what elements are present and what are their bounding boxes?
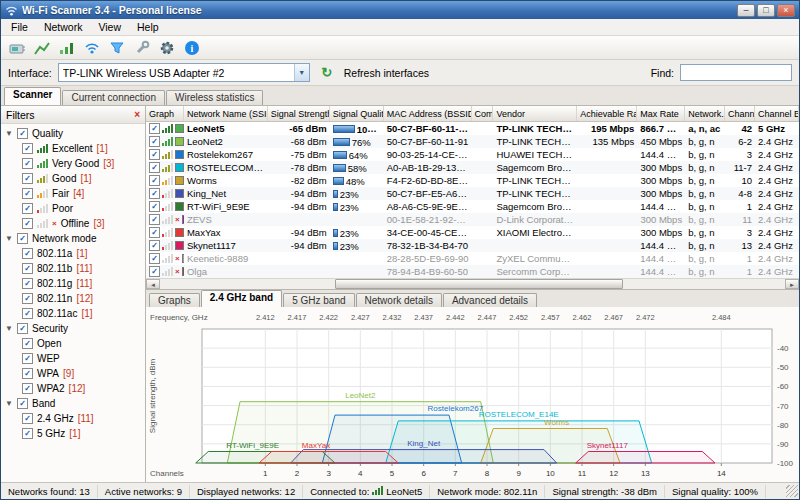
network-row-leonet5[interactable]: ✓LeoNet5-65 dBm100%50-C7-BF-60-11-90TP-L… [146,122,799,135]
checkbox-poor[interactable]: ✓ [22,203,33,214]
checkbox-wep[interactable]: ✓ [22,353,33,364]
filter-group-band[interactable]: ▼✓Band [1,396,145,411]
filter-item-poor[interactable]: ✓Poor [1,201,145,216]
scrollbar-track[interactable] [160,279,785,289]
refresh-interfaces-button[interactable]: ↻ [316,63,338,83]
collapse-expander-icon[interactable]: ▼ [5,129,13,138]
filter-item-fair[interactable]: ✓Fair[4] [1,186,145,201]
checkbox-802-11g[interactable]: ✓ [22,278,33,289]
filter-group-security[interactable]: ▼✓Security [1,321,145,336]
checkbox-quality[interactable]: ✓ [17,128,28,139]
scrollbar-thumb[interactable] [335,279,623,289]
checkbox-network-mode[interactable]: ✓ [17,233,28,244]
checkbox-open[interactable]: ✓ [22,338,33,349]
tab-2-4-ghz-band[interactable]: 2.4 GHz band [201,290,282,307]
network-row-zevs[interactable]: ✓×ZEVS00-1E-58-21-92-BCD-Link Corporatio… [146,213,799,226]
adapter-icon[interactable] [6,38,28,58]
column-header-comment[interactable]: Comment [472,106,494,121]
network-row-king-net[interactable]: ✓King_Net-94 dBm23%50-C7-BF-E5-A6-38TP-L… [146,187,799,200]
filter-item-802-11n[interactable]: ✓802.11n[12] [1,291,145,306]
tab-current-connection[interactable]: Current connection [62,90,165,105]
graph-checkbox[interactable]: ✓ [149,227,160,238]
tab-network-details[interactable]: Network details [356,293,442,307]
filter-item-802-11a[interactable]: ✓802.11a[1] [1,246,145,261]
graph-checkbox[interactable]: ✓ [149,149,160,160]
menu-view[interactable]: View [90,20,129,34]
column-header-signal-strength[interactable]: Signal Strength [268,106,330,121]
filter-item-802-11g[interactable]: ✓802.11g[11] [1,276,145,291]
checkbox-wpa2[interactable]: ✓ [22,383,33,394]
checkbox-very-good[interactable]: ✓ [22,158,33,169]
filter-item-excellent[interactable]: ✓Excellent[1] [1,141,145,156]
column-header-network-name-ssid[interactable]: Network Name (SSID) [184,106,268,121]
checkbox-2-4-ghz[interactable]: ✓ [22,413,33,424]
filter-item-very-good[interactable]: ✓Very Good[3] [1,156,145,171]
filter-item-5-ghz[interactable]: ✓5 GHz[1] [1,426,145,441]
filter-group-quality[interactable]: ▼✓Quality [1,126,145,141]
find-input[interactable] [680,64,792,81]
column-header-graph[interactable]: Graph [146,106,184,121]
collapse-expander-icon[interactable]: ▼ [5,324,13,333]
scan-graph-icon[interactable] [31,38,53,58]
column-header-mac-address-bssid[interactable]: MAC Address (BSSID) [384,106,472,121]
column-header-network[interactable]: Network... [685,106,725,121]
column-header-max-rate[interactable]: Max Rate [637,106,685,121]
filter-item-802-11b[interactable]: ✓802.11b[11] [1,261,145,276]
filter-group-network-mode[interactable]: ▼✓Network mode [1,231,145,246]
tools-icon[interactable] [131,38,153,58]
network-row-rostelekom267[interactable]: ✓Rostelekom267-75 dBm64%90-03-25-14-CE-4… [146,148,799,161]
checkbox-802-11a[interactable]: ✓ [22,248,33,259]
menu-file[interactable]: File [3,20,36,34]
collapse-expander-icon[interactable]: ▼ [5,399,13,408]
menu-help[interactable]: Help [129,20,167,34]
graph-checkbox[interactable]: ✓ [149,240,160,251]
graph-checkbox[interactable]: ✓ [149,123,160,134]
close-button[interactable]: × [777,4,795,17]
maximize-button[interactable]: □ [757,4,775,17]
tab-graphs[interactable]: Graphs [149,293,200,307]
checkbox-802-11b[interactable]: ✓ [22,263,33,274]
checkbox-good[interactable]: ✓ [22,173,33,184]
column-header-vendor[interactable]: Vendor [493,106,577,121]
column-header-achievable-rate[interactable]: Achievable Rate [577,106,637,121]
filter-item-802-11ac[interactable]: ✓802.11ac[1] [1,306,145,321]
filter-item-2-4-ghz[interactable]: ✓2.4 GHz[11] [1,411,145,426]
tab-wireless-statistics[interactable]: Wireless statistics [166,90,263,105]
column-header-channel[interactable]: Channel [725,106,755,121]
filter-item-wpa2[interactable]: ✓WPA2[12] [1,381,145,396]
chevron-down-icon[interactable]: ▼ [294,64,309,81]
checkbox-band[interactable]: ✓ [17,398,28,409]
column-header-signal-quality[interactable]: Signal Quality [330,106,384,121]
scroll-left-arrow[interactable]: ◄ [146,279,160,289]
checkbox-5-ghz[interactable]: ✓ [22,428,33,439]
clear-filters-icon[interactable]: × [134,109,140,120]
network-row-maxyax[interactable]: ✓MaxYax-94 dBm23%34-CE-00-45-CE-E5XIAOMI… [146,226,799,239]
checkbox-wpa[interactable]: ✓ [22,368,33,379]
filter-item-wpa[interactable]: ✓WPA[9] [1,366,145,381]
network-row-worms[interactable]: ✓Worms-82 dBm48%F4-F2-6D-BD-8E-96TP-LINK… [146,174,799,187]
tab-advanced-details[interactable]: Advanced details [443,293,537,307]
resize-grip[interactable] [786,485,798,497]
collapse-expander-icon[interactable]: ▼ [5,234,13,243]
tab-scanner[interactable]: Scanner [4,87,61,105]
graph-checkbox[interactable]: ✓ [149,214,160,225]
minimize-button[interactable]: – [737,4,755,17]
tab-5-ghz-band[interactable]: 5 GHz band [283,293,354,307]
wifi-networks-icon[interactable] [81,38,103,58]
filter-item-open[interactable]: ✓Open [1,336,145,351]
about-info-icon[interactable]: i [181,38,203,58]
network-row-skynet1117[interactable]: ✓Skynet1117-94 dBm23%78-32-1B-34-B4-7014… [146,239,799,252]
checkbox-fair[interactable]: ✓ [22,188,33,199]
network-row-keenetic-9889[interactable]: ✓×Keenetic-988928-28-5D-E9-69-90ZyXEL Co… [146,252,799,265]
checkbox-802-11n[interactable]: ✓ [22,293,33,304]
graph-checkbox[interactable]: ✓ [149,162,160,173]
filter-item-wep[interactable]: ✓WEP [1,351,145,366]
network-row-rostelecom-e[interactable]: ✓ROSTELECOM_E...-78 dBm58%A0-AB-1B-29-13… [146,161,799,174]
network-row-leonet2[interactable]: ✓LeoNet2-68 dBm76%50-C7-BF-60-11-91TP-LI… [146,135,799,148]
network-row-rt-wifi-9e9e[interactable]: ✓RT-WiFi_9E9E-94 dBm23%A8-A6-C5-9E-9E-5E… [146,200,799,213]
network-row-olga[interactable]: ✓×Olga78-94-B4-B9-60-50Sercomm Corporati… [146,265,799,278]
scroll-right-arrow[interactable]: ► [785,279,799,289]
graph-checkbox[interactable]: ✓ [149,136,160,147]
graph-checkbox[interactable]: ✓ [149,175,160,186]
options-gear-icon[interactable] [156,38,178,58]
